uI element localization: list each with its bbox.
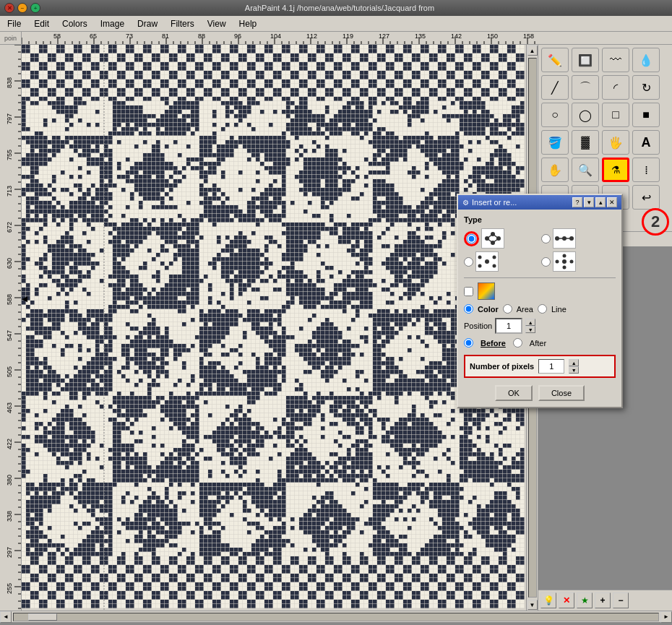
scroll-right-arrow[interactable]: ► — [660, 611, 672, 623]
dialog-title-buttons: ? ▾ ▴ ✕ — [572, 197, 617, 207]
svg-point-14 — [493, 256, 496, 259]
position-input[interactable] — [495, 318, 522, 334]
tool-dots[interactable]: ⁞ — [632, 158, 660, 182]
render-color-radio[interactable] — [464, 304, 473, 314]
pixels-up[interactable]: ▲ — [569, 359, 579, 366]
horizontal-scrollbar[interactable]: ◄ ► — [0, 611, 672, 622]
dialog-up-btn[interactable]: ▴ — [595, 197, 606, 207]
number-2-circle: 2 — [642, 208, 669, 236]
svg-point-21 — [570, 260, 574, 264]
toolbar-row2: ╱ ⌒ ◜ ↻ — [538, 75, 672, 100]
ok-button[interactable]: OK — [495, 385, 533, 401]
menu-filters[interactable]: Filters — [166, 17, 199, 30]
pixels-input[interactable] — [538, 359, 564, 374]
title-bar: ✕ − + ArahPaint 4.1j /home/ana/web/tutor… — [0, 0, 672, 16]
render-area-label: Area — [517, 305, 533, 314]
tool-circle[interactable]: ○ — [541, 103, 569, 127]
radio-input-3[interactable] — [464, 257, 473, 267]
pattern-canvas — [22, 45, 526, 611]
radio-input-4[interactable] — [541, 257, 551, 267]
pixels-down[interactable]: ▼ — [569, 366, 579, 374]
minus-icon[interactable]: − — [613, 592, 629, 608]
svg-point-13 — [478, 256, 482, 259]
x-red-icon[interactable]: ✕ — [559, 592, 574, 608]
menu-help[interactable]: Help — [235, 17, 262, 30]
dialog-close-btn[interactable]: ✕ — [607, 197, 617, 207]
svg-point-12 — [485, 259, 489, 264]
tool-fill[interactable]: 🪣 — [541, 130, 569, 155]
render-type-row: Color Area Line — [464, 304, 616, 314]
dialog-help-btn[interactable]: ? — [572, 197, 582, 207]
star-green-icon[interactable]: ★ — [577, 592, 593, 608]
after-radio[interactable] — [513, 338, 522, 348]
tool-bezier[interactable]: ⌒ — [572, 75, 599, 100]
maximize-button[interactable]: + — [30, 3, 40, 13]
radio-circle-1[interactable] — [464, 231, 479, 246]
before-radio[interactable] — [464, 338, 473, 348]
plus-icon[interactable]: + — [595, 592, 611, 608]
menu-view[interactable]: View — [203, 17, 231, 30]
dialog-down-btn[interactable]: ▾ — [584, 197, 594, 207]
app-title: ArahPaint 4.1j /home/ana/web/tutorials/J… — [245, 4, 434, 12]
tool-oval[interactable]: ◯ — [572, 103, 599, 127]
tool-filter-yellow[interactable]: ⚗ — [602, 158, 629, 182]
bulb-icon[interactable]: 💡 — [540, 592, 556, 608]
tool-curve[interactable]: 〰 — [602, 48, 629, 72]
dialog-body: Type — [458, 210, 621, 407]
tool-pencil[interactable]: ✏️ — [541, 48, 569, 72]
dialog-title-text: Insert or re... — [472, 198, 517, 207]
render-line-label: Line — [551, 305, 567, 314]
menu-colors[interactable]: Colors — [58, 17, 92, 30]
render-area-radio[interactable] — [503, 304, 512, 314]
radio-input-1[interactable] — [467, 234, 476, 243]
dialog-title-bar: ⚙ Insert or re... ? ▾ ▴ ✕ — [458, 195, 621, 210]
menu-edit[interactable]: Edit — [30, 17, 53, 30]
menu-image[interactable]: Image — [96, 17, 129, 30]
toolbar-row4: 🪣 ▓ 🖐 A — [538, 130, 672, 155]
svg-line-4 — [487, 234, 493, 238]
type-radio-4 — [541, 251, 616, 272]
tool-eyedropper[interactable]: 💧 — [632, 48, 660, 72]
color-swatch — [478, 283, 495, 300]
tool-zoom[interactable]: 🔍 — [572, 158, 599, 182]
tool-lasso[interactable]: 🔲 — [572, 48, 599, 72]
title-bar-buttons: ✕ − + — [4, 3, 40, 13]
render-line-radio[interactable] — [538, 304, 547, 314]
toolbar-row1: ✏️ 🔲 〰 💧 — [538, 45, 672, 75]
tool-gradient[interactable]: ▓ — [572, 130, 599, 155]
type-icon-2 — [553, 228, 576, 249]
tool-rect[interactable]: □ — [602, 103, 629, 127]
h-scroll-thumb[interactable] — [28, 613, 57, 621]
scroll-down-arrow[interactable]: ▼ — [527, 600, 538, 610]
tool-smudge[interactable]: 🖐 — [602, 130, 629, 155]
svg-point-17 — [563, 254, 567, 258]
menu-file[interactable]: File — [3, 17, 25, 30]
svg-point-15 — [478, 264, 482, 268]
ruler-vertical — [0, 45, 22, 611]
position-down[interactable]: ▼ — [525, 326, 535, 333]
tool-move[interactable]: ✋ — [541, 158, 569, 182]
close-button[interactable]: ✕ — [4, 3, 14, 13]
type-radio-group — [464, 228, 616, 272]
color-checkbox[interactable] — [464, 287, 473, 296]
radio-input-2[interactable] — [541, 234, 551, 243]
after-label: After — [530, 339, 546, 348]
type-icon-1 — [481, 228, 504, 249]
toolbar-row5: ✋ 🔍 ⚗ ⁞ — [538, 155, 672, 185]
tool-text-a[interactable]: A — [632, 130, 660, 155]
scroll-left-arrow[interactable]: ◄ — [0, 611, 12, 623]
tool-arc[interactable]: ◜ — [602, 75, 629, 100]
color-row — [464, 283, 616, 300]
menu-draw[interactable]: Draw — [133, 17, 162, 30]
tool-fillrect[interactable]: ■ — [632, 103, 660, 127]
minimize-button[interactable]: − — [17, 3, 27, 13]
tool-line[interactable]: ╱ — [541, 75, 569, 100]
scroll-up-arrow[interactable]: ▲ — [527, 46, 538, 56]
divider-1 — [464, 277, 616, 278]
close-dialog-button[interactable]: Close — [538, 385, 585, 401]
position-up[interactable]: ▲ — [525, 319, 535, 326]
type-radio-2 — [541, 228, 616, 249]
tool-undo[interactable]: ↩ — [632, 185, 660, 210]
svg-point-16 — [493, 264, 496, 268]
tool-rotate[interactable]: ↻ — [632, 75, 660, 100]
